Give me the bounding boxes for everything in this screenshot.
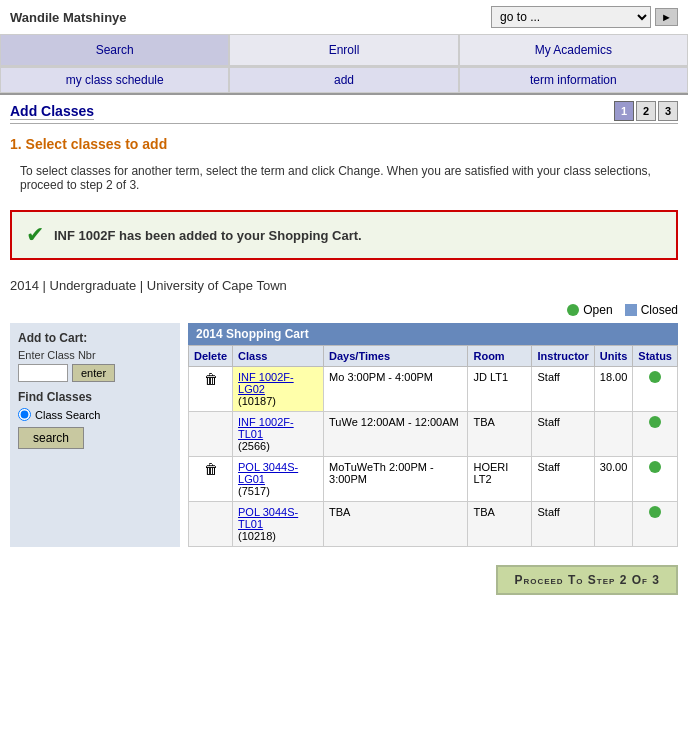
- days-times-cell: TuWe 12:00AM - 12:00AM: [324, 412, 468, 457]
- nav-tabs: Search Enroll My Academics: [0, 34, 688, 67]
- term-info: 2014 | Undergraduate | University of Cap…: [0, 268, 688, 297]
- sub-tab-add[interactable]: add: [229, 67, 458, 93]
- room-cell: HOERI LT2: [468, 457, 532, 502]
- units-cell: [594, 412, 633, 457]
- left-panel: Add to Cart: Enter Class Nbr enter Find …: [10, 323, 180, 547]
- class-cell: POL 3044S-TL01(10218): [233, 502, 324, 547]
- units-cell: [594, 502, 633, 547]
- class-link[interactable]: INF 1002F-TL01: [238, 416, 294, 440]
- closed-status-icon: [625, 304, 637, 316]
- delete-cell: 🗑: [189, 367, 233, 412]
- units-cell: 30.00: [594, 457, 633, 502]
- status-cell: [633, 412, 678, 457]
- table-row: 🗑INF 1002F-LG02(10187)Mo 3:00PM - 4:00PM…: [189, 367, 678, 412]
- status-cell: [633, 502, 678, 547]
- class-number: (2566): [238, 440, 270, 452]
- step-3: 3: [658, 101, 678, 121]
- days-times-cell: TBA: [324, 502, 468, 547]
- class-link[interactable]: POL 3044S-LG01: [238, 461, 298, 485]
- class-link[interactable]: INF 1002F-LG02: [238, 371, 294, 395]
- table-row: POL 3044S-TL01(10218)TBATBAStaff: [189, 502, 678, 547]
- units-cell: 18.00: [594, 367, 633, 412]
- class-cell: INF 1002F-TL01(2566): [233, 412, 324, 457]
- col-units: Units: [594, 346, 633, 367]
- class-number: (7517): [238, 485, 270, 497]
- success-message-box: ✔ INF 1002F has been added to your Shopp…: [10, 210, 678, 260]
- status-cell: [633, 457, 678, 502]
- step-2: 2: [636, 101, 656, 121]
- proceed-row: Proceed To Step 2 Of 3: [0, 557, 688, 603]
- class-cell: INF 1002F-LG02(10187): [233, 367, 324, 412]
- sub-tab-my-class-schedule[interactable]: my class schedule: [0, 67, 229, 93]
- class-search-label: Class Search: [35, 409, 100, 421]
- step-indicators: 1 2 3: [614, 101, 678, 121]
- page-title: Add Classes: [10, 103, 94, 120]
- proceed-button[interactable]: Proceed To Step 2 Of 3: [496, 565, 678, 595]
- class-link[interactable]: POL 3044S-TL01: [238, 506, 298, 530]
- user-name: Wandile Matshinye: [10, 10, 127, 25]
- section-heading: 1. Select classes to add: [0, 128, 688, 160]
- closed-label: Closed: [641, 303, 678, 317]
- table-row: 🗑POL 3044S-LG01(7517)MoTuWeTh 2:00PM - 3…: [189, 457, 678, 502]
- col-delete: Delete: [189, 346, 233, 367]
- goto-arrow-button[interactable]: ►: [655, 8, 678, 26]
- delete-cell: [189, 502, 233, 547]
- status-cell: [633, 367, 678, 412]
- class-number: (10218): [238, 530, 276, 542]
- delete-cell: 🗑: [189, 457, 233, 502]
- find-classes-label: Find Classes: [18, 390, 172, 404]
- success-text: INF 1002F has been added to your Shoppin…: [54, 228, 362, 243]
- open-label: Open: [583, 303, 612, 317]
- class-search-radio-row: Class Search: [18, 408, 172, 421]
- class-search-radio[interactable]: [18, 408, 31, 421]
- room-cell: JD LT1: [468, 367, 532, 412]
- enter-class-nbr-label: Enter Class Nbr: [18, 349, 172, 361]
- legend: Open Closed: [0, 297, 688, 323]
- status-green-icon: [649, 506, 661, 518]
- instructor-cell: Staff: [532, 412, 594, 457]
- enter-class-row: enter: [18, 364, 172, 382]
- trash-icon[interactable]: 🗑: [204, 371, 218, 387]
- table-row: INF 1002F-TL01(2566)TuWe 12:00AM - 12:00…: [189, 412, 678, 457]
- legend-open: Open: [567, 303, 612, 317]
- col-room: Room: [468, 346, 532, 367]
- days-times-cell: Mo 3:00PM - 4:00PM: [324, 367, 468, 412]
- enter-button[interactable]: enter: [72, 364, 115, 382]
- tab-my-academics[interactable]: My Academics: [459, 34, 688, 66]
- right-panel: 2014 Shopping Cart Delete Class Days/Tim…: [188, 323, 678, 547]
- trash-icon[interactable]: 🗑: [204, 461, 218, 477]
- status-green-icon: [649, 461, 661, 473]
- tab-search[interactable]: Search: [0, 34, 229, 66]
- status-green-icon: [649, 416, 661, 428]
- class-number: (10187): [238, 395, 276, 407]
- goto-select[interactable]: go to ...: [491, 6, 651, 28]
- step-1: 1: [614, 101, 634, 121]
- status-green-icon: [649, 371, 661, 383]
- col-status: Status: [633, 346, 678, 367]
- main-area: Add to Cart: Enter Class Nbr enter Find …: [0, 323, 688, 557]
- sub-tab-term-information[interactable]: term information: [459, 67, 688, 93]
- shopping-cart-table: Delete Class Days/Times Room Instructor …: [188, 345, 678, 547]
- goto-wrapper: go to ... ►: [491, 6, 678, 28]
- add-to-cart-label: Add to Cart:: [18, 331, 172, 345]
- description-text: To select classes for another term, sele…: [0, 160, 688, 202]
- header: Wandile Matshinye go to ... ►: [0, 0, 688, 34]
- col-instructor: Instructor: [532, 346, 594, 367]
- checkmark-icon: ✔: [26, 222, 44, 248]
- nav-sub-tabs: my class schedule add term information: [0, 67, 688, 95]
- class-cell: POL 3044S-LG01(7517): [233, 457, 324, 502]
- room-cell: TBA: [468, 412, 532, 457]
- days-times-cell: MoTuWeTh 2:00PM - 3:00PM: [324, 457, 468, 502]
- legend-closed: Closed: [625, 303, 678, 317]
- instructor-cell: Staff: [532, 502, 594, 547]
- search-button[interactable]: search: [18, 427, 84, 449]
- delete-cell: [189, 412, 233, 457]
- class-nbr-input[interactable]: [18, 364, 68, 382]
- tab-enroll[interactable]: Enroll: [229, 34, 458, 66]
- open-status-icon: [567, 304, 579, 316]
- instructor-cell: Staff: [532, 457, 594, 502]
- col-class: Class: [233, 346, 324, 367]
- cart-header: 2014 Shopping Cart: [188, 323, 678, 345]
- instructor-cell: Staff: [532, 367, 594, 412]
- col-days-times: Days/Times: [324, 346, 468, 367]
